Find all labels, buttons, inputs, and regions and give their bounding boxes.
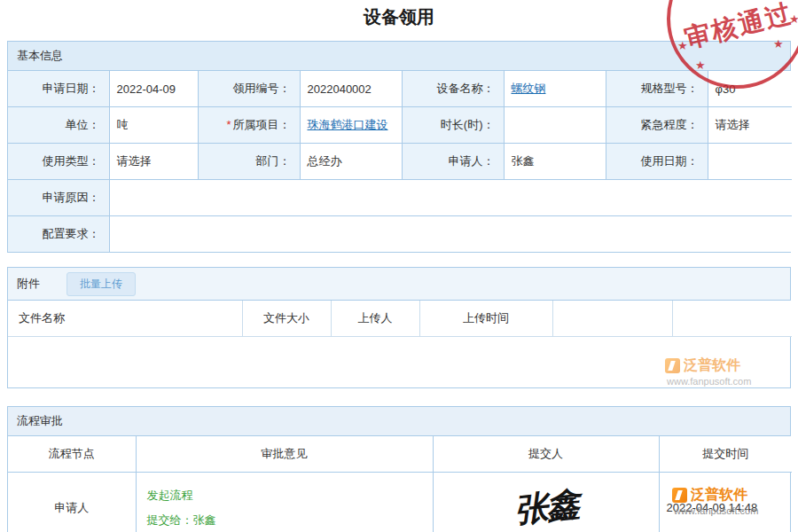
unit-label: 单位： xyxy=(8,107,109,144)
approval-col-node: 流程节点 xyxy=(8,436,136,473)
config-req-field[interactable] xyxy=(109,216,792,253)
applicant-field[interactable]: 张鑫 xyxy=(504,144,606,180)
attachments-col-filename: 文件名称 xyxy=(8,301,242,337)
approval-opinion-line2: 提交给：张鑫 xyxy=(147,508,426,532)
use-date-field[interactable] xyxy=(708,144,792,180)
approval-section: 流程审批 流程节点 审批意见 提交人 提交时间 申请人 发起流程 提交给：张鑫 … xyxy=(7,406,791,532)
attachments-col-uploader: 上传人 xyxy=(331,301,419,337)
requisition-no-field[interactable]: 2022040002 xyxy=(300,71,402,107)
approval-col-opinion: 审批意见 xyxy=(136,436,433,473)
basic-info-section: 基本信息 申请日期： 2022-04-09 领用编号： 2022040002 设… xyxy=(7,41,791,253)
batch-upload-button[interactable]: 批量上传 xyxy=(66,272,136,296)
attachments-table: 文件名称 文件大小 上传人 上传时间 xyxy=(8,301,792,337)
device-name-link[interactable]: 螺纹钢 xyxy=(512,82,546,95)
approval-node: 申请人 xyxy=(8,473,136,532)
duration-label: 时长(时)： xyxy=(402,107,504,144)
attachments-header-strip: 附件 批量上传 xyxy=(8,268,790,301)
required-mark: * xyxy=(226,118,231,131)
config-req-label: 配置要求： xyxy=(8,216,109,253)
spec-model-field[interactable]: φ30 xyxy=(708,71,792,107)
basic-info-header: 基本信息 xyxy=(8,42,790,71)
department-field[interactable]: 总经办 xyxy=(300,144,402,180)
approval-submit-time: 2022-04-09 14:48 xyxy=(659,473,792,532)
attachments-col-extra2 xyxy=(672,301,792,337)
approval-header-row: 流程节点 审批意见 提交人 提交时间 xyxy=(8,436,792,473)
requisition-no-label: 领用编号： xyxy=(198,71,300,107)
attachments-header-row: 文件名称 文件大小 上传人 上传时间 xyxy=(8,301,792,337)
project-label: *所属项目： xyxy=(198,107,300,144)
page-title: 设备领用 xyxy=(0,0,798,41)
approval-opinion-cell: 发起流程 提交给：张鑫 xyxy=(136,473,433,532)
apply-date-field[interactable]: 2022-04-09 xyxy=(109,71,198,107)
project-label-text: 所属项目： xyxy=(233,118,291,131)
approval-row: 申请人 发起流程 提交给：张鑫 张鑫 2022-04-09 14:48 xyxy=(8,473,792,532)
device-name-label: 设备名称： xyxy=(402,71,504,107)
apply-reason-label: 申请原因： xyxy=(8,180,109,216)
project-link[interactable]: 珠海鹤港口建设 xyxy=(308,118,388,131)
device-name-cell: 螺纹钢 xyxy=(504,71,606,107)
approval-col-submitter: 提交人 xyxy=(433,436,659,473)
use-date-label: 使用日期： xyxy=(606,144,708,180)
attachments-col-filesize: 文件大小 xyxy=(242,301,331,337)
urgency-select[interactable]: 请选择 xyxy=(708,107,792,144)
approval-table: 流程节点 审批意见 提交人 提交时间 申请人 发起流程 提交给：张鑫 张鑫 20… xyxy=(8,436,792,532)
department-label: 部门： xyxy=(198,144,300,180)
basic-row-1: 申请日期： 2022-04-09 领用编号： 2022040002 设备名称： … xyxy=(8,71,792,107)
apply-date-label: 申请日期： xyxy=(8,71,109,107)
attachments-empty-area xyxy=(8,337,790,387)
duration-field[interactable] xyxy=(504,107,606,144)
basic-row-3: 使用类型： 请选择 部门： 总经办 申请人： 张鑫 使用日期： xyxy=(8,144,792,180)
approval-header: 流程审批 xyxy=(8,407,790,436)
basic-row-4: 申请原因： xyxy=(8,180,792,216)
usage-type-select[interactable]: 请选择 xyxy=(109,144,198,180)
attachments-col-extra1 xyxy=(552,301,672,337)
approval-signature-cell: 张鑫 xyxy=(433,473,659,532)
attachments-col-uploadtime: 上传时间 xyxy=(419,301,552,337)
attachments-section: 附件 批量上传 文件名称 文件大小 上传人 上传时间 xyxy=(7,267,791,388)
basic-info-table: 申请日期： 2022-04-09 领用编号： 2022040002 设备名称： … xyxy=(8,71,792,252)
applicant-label: 申请人： xyxy=(402,144,504,180)
basic-row-2: 单位： 吨 *所属项目： 珠海鹤港口建设 时长(时)： 紧急程度： 请选择 xyxy=(8,107,792,144)
urgency-label: 紧急程度： xyxy=(606,107,708,144)
spec-model-label: 规格型号： xyxy=(606,71,708,107)
apply-reason-field[interactable] xyxy=(109,180,792,216)
usage-type-label: 使用类型： xyxy=(8,144,109,180)
approval-opinion-line1: 发起流程 xyxy=(147,483,426,507)
signature: 张鑫 xyxy=(512,481,580,532)
basic-row-5: 配置要求： xyxy=(8,216,792,253)
approval-col-time: 提交时间 xyxy=(659,436,792,473)
project-cell: 珠海鹤港口建设 xyxy=(300,107,402,144)
unit-field[interactable]: 吨 xyxy=(109,107,198,144)
attachments-header: 附件 xyxy=(17,268,40,300)
